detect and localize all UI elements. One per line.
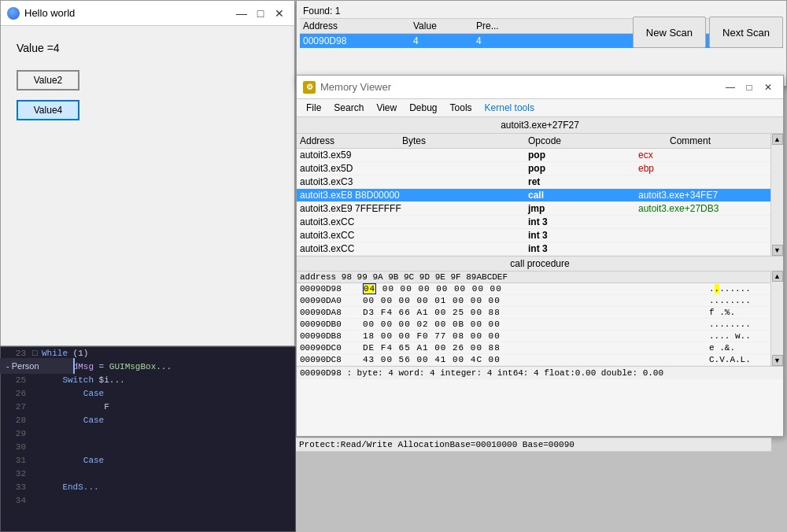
mv-titlebar: ⚙ Memory Viewer — □ ✕ <box>297 76 783 99</box>
mv-hex-row[interactable]: 00090DB0 00 00 00 02 00 0B 00 00 .......… <box>297 319 783 331</box>
mv-menu-kernel-tools[interactable]: Kernel tools <box>478 101 541 115</box>
code-text: Case <box>42 387 292 401</box>
mv-addr-2: autoit3.exC3 <box>300 176 402 187</box>
hw-close-button[interactable]: ✕ <box>271 5 288 22</box>
hw-value4-button[interactable]: Value4 <box>17 100 79 120</box>
expand-icon <box>32 401 42 414</box>
mv-title-left: ⚙ Memory Viewer <box>303 81 391 94</box>
ce-col-value: Value <box>413 20 476 31</box>
mv-hex-bytes-5: DE F4 65 A1 00 26 00 88 <box>363 343 709 353</box>
hw-value-display: Value =4 <box>17 42 279 54</box>
hex-scroll-down-arrow[interactable]: ▼ <box>772 355 783 366</box>
mv-op-3: call <box>528 190 638 201</box>
code-text: F <box>42 401 292 414</box>
mv-close-button[interactable]: ✕ <box>759 79 777 96</box>
mv-window-controls: — □ ✕ <box>722 79 777 96</box>
code-text: Case <box>42 454 292 467</box>
expand-icon <box>32 494 42 508</box>
mv-disasm-scrollbar[interactable]: ▲ ▼ <box>770 134 783 256</box>
mv-hex-bytes-0: 04 00 00 00 00 00 00 00 <box>363 284 709 294</box>
mv-hex-addr-5: 00090DC0 <box>300 343 363 353</box>
expand-icon <box>32 387 42 401</box>
line-number: 31 <box>4 454 26 467</box>
mv-maximize-button[interactable]: □ <box>741 79 758 96</box>
mv-op-0: pop <box>528 150 638 161</box>
hw-minimize-button[interactable]: — <box>233 5 250 22</box>
mv-menu-search[interactable]: Search <box>327 101 370 115</box>
sidebar-item-label: - Person <box>6 361 39 371</box>
code-line: 32 <box>1 467 295 481</box>
line-number: 30 <box>4 441 26 454</box>
expand-icon <box>32 467 42 481</box>
scroll-up-arrow[interactable]: ▲ <box>772 134 783 145</box>
table-row[interactable]: autoit3.ex5D pop ebp <box>297 162 783 175</box>
mv-operand-5 <box>638 216 780 227</box>
mv-hex-bytes-4: 18 00 00 F0 77 08 00 00 <box>363 331 709 341</box>
mv-op-6: int 3 <box>528 230 638 241</box>
mv-hex-addr-0: 00090D98 <box>300 284 363 294</box>
mv-menu-debug[interactable]: Debug <box>403 101 443 115</box>
mv-addr-7: autoit3.exCC <box>300 243 402 254</box>
mv-disasm-section: Address Bytes Opcode Comment autoit3.ex5… <box>297 134 783 256</box>
ce-col-previous: Pre... <box>476 20 539 31</box>
mv-menu-view[interactable]: View <box>370 101 403 115</box>
mv-hex-section: address 98 99 9A 9B 9C 9D 9E 9F 89ABCDEF… <box>297 271 783 366</box>
mv-addr-0: autoit3.ex59 <box>300 150 402 161</box>
mv-hex-header: address 98 99 9A 9B 9C 9D 9E 9F 89ABCDEF <box>297 271 783 283</box>
mv-hex-ascii-4: .... w.. <box>709 331 780 341</box>
table-row[interactable]: autoit3.exCC int 3 <box>297 216 783 229</box>
mv-menu-file[interactable]: File <box>300 101 327 115</box>
scroll-down-arrow[interactable]: ▼ <box>772 245 783 256</box>
line-number: 28 <box>4 414 26 427</box>
mv-hex-row[interactable]: 00090DC0 DE F4 65 A1 00 26 00 88 e .&. <box>297 342 783 354</box>
mv-minimize-button[interactable]: — <box>722 79 739 96</box>
code-text <box>42 494 292 508</box>
mv-operand-4: autoit3.exe+27DB3 <box>638 203 780 214</box>
new-scan-button[interactable]: New Scan <box>633 17 706 48</box>
table-row[interactable]: autoit3.exE9 7FFEFFFF jmp autoit3.exe+27… <box>297 202 783 216</box>
table-row[interactable]: autoit3.exCC int 3 <box>297 242 783 256</box>
hex-scroll-up-arrow[interactable]: ▲ <box>772 271 783 282</box>
mv-operand-7 <box>638 243 780 254</box>
mv-operand-6 <box>638 230 780 241</box>
expand-icon <box>32 374 42 387</box>
mv-app-icon: ⚙ <box>303 81 316 94</box>
next-scan-button[interactable]: Next Scan <box>709 17 783 48</box>
expand-icon <box>32 481 42 494</box>
mv-addr-3: autoit3.exE8 B8D00000 <box>300 190 402 201</box>
mv-hex-row[interactable]: 00090DB8 18 00 00 F0 77 08 00 00 .... w.… <box>297 331 783 342</box>
mv-hex-addr-3: 00090DB0 <box>300 320 363 329</box>
code-line: 28 Case <box>1 414 295 427</box>
line-number: 26 <box>4 387 26 401</box>
hw-titlebar: Hello world — □ ✕ <box>1 1 294 26</box>
line-number: 32 <box>4 467 26 481</box>
ce-row-value: 4 <box>413 35 476 46</box>
table-row[interactable]: autoit3.exE8 B8D00000 call autoit3.exe+3… <box>297 189 783 202</box>
mv-hex-row[interactable]: 00090D98 04 00 00 00 00 00 00 00 .......… <box>297 283 783 295</box>
mv-addr-5: autoit3.exCC <box>300 216 402 227</box>
hw-maximize-button[interactable]: □ <box>252 5 269 22</box>
code-line: 25 Switch $i... <box>1 374 295 387</box>
mv-hex-scrollbar[interactable]: ▲ ▼ <box>770 271 783 366</box>
code-text <box>42 467 292 481</box>
mv-hex-row[interactable]: 00090DC8 43 00 56 00 41 00 4C 00 C.V.A.L… <box>297 354 783 366</box>
code-text: Case <box>42 414 292 427</box>
code-line: 29 <box>1 427 295 441</box>
hw-value2-button[interactable]: Value2 <box>17 70 79 91</box>
sidebar-person-item[interactable]: - Person <box>0 358 75 374</box>
code-text: EndS... <box>42 481 292 494</box>
table-row[interactable]: autoit3.exC3 ret <box>297 175 783 189</box>
hw-window-controls: — □ ✕ <box>233 5 288 22</box>
line-number: 25 <box>4 374 26 387</box>
mv-hex-row[interactable]: 00090DA8 D3 F4 66 A1 00 25 00 88 f .%. <box>297 307 783 319</box>
mv-bytes-2 <box>402 176 528 187</box>
code-text <box>42 441 292 454</box>
code-line: 26 Case <box>1 387 295 401</box>
mv-hex-row[interactable]: 00090DA0 00 00 00 00 01 00 00 00 .......… <box>297 295 783 307</box>
table-row[interactable]: autoit3.exCC int 3 <box>297 229 783 242</box>
code-text: $idMsg = GUIMsgBox... <box>42 360 292 374</box>
mv-menu-tools[interactable]: Tools <box>444 101 478 115</box>
memory-viewer-window: ⚙ Memory Viewer — □ ✕ File Search View D… <box>296 75 784 437</box>
ce-row-address: 00090D98 <box>303 35 413 46</box>
table-row[interactable]: autoit3.ex59 pop ecx <box>297 149 783 162</box>
